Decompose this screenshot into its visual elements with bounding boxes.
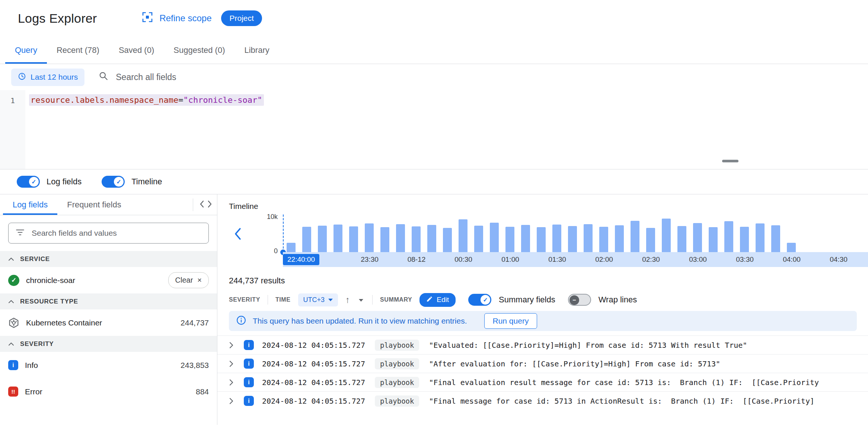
field-row-chronicle-soar[interactable]: ✓ chronicle-soar Clear × bbox=[0, 267, 217, 293]
timeline-bar[interactable] bbox=[568, 226, 577, 252]
y-axis-max-label: 10k bbox=[255, 213, 278, 221]
section-service[interactable]: SERVICE bbox=[0, 251, 217, 267]
timeline-bar[interactable] bbox=[662, 219, 671, 252]
log-row[interactable]: i2024-08-12 04:05:15.727playbook"Evaluat… bbox=[217, 336, 868, 354]
time-options-dropdown[interactable] bbox=[357, 295, 365, 305]
axis-tick-label: 03:00 bbox=[674, 255, 721, 264]
query-editor[interactable]: 1 resource.labels.namespace_name="chroni… bbox=[0, 90, 868, 169]
tab-library[interactable]: Library bbox=[234, 36, 279, 64]
timeline-bar[interactable] bbox=[287, 243, 296, 252]
timeline-bar[interactable] bbox=[505, 227, 514, 252]
timeline-bar[interactable] bbox=[756, 223, 765, 252]
section-severity[interactable]: SEVERITY bbox=[0, 336, 217, 352]
run-query-button[interactable]: Run query bbox=[484, 313, 537, 329]
fields-search-input[interactable]: Search fields and values bbox=[8, 223, 209, 244]
query-expression: resource.labels.namespace_name="chronicl… bbox=[29, 94, 264, 106]
log-row[interactable]: i2024-08-12 04:05:15.727playbook"Final m… bbox=[217, 391, 868, 410]
query-value: "chronicle-soar" bbox=[184, 95, 262, 105]
log-fields-toggle[interactable]: ✓ bbox=[17, 176, 40, 188]
search-all-fields-input[interactable]: Search all fields bbox=[99, 71, 857, 83]
timeline-axis[interactable]: 22:40:00 23:3008-1200:3001:0001:3002:000… bbox=[283, 252, 868, 267]
info-severity-icon: i bbox=[8, 360, 18, 370]
tab-frequent-fields[interactable]: Frequent fields bbox=[57, 194, 131, 215]
field-row-info[interactable]: i Info 243,853 bbox=[0, 352, 217, 378]
timeline-bar[interactable] bbox=[349, 226, 358, 252]
timeline-bar[interactable] bbox=[646, 228, 655, 252]
summary-fields-toggle[interactable]: ✓ bbox=[468, 294, 491, 306]
timeline-bar[interactable] bbox=[334, 225, 342, 252]
wrap-lines-toggle[interactable]: − bbox=[568, 294, 591, 306]
timeline-title: Timeline bbox=[229, 202, 868, 211]
expand-chevron-icon[interactable] bbox=[229, 360, 239, 368]
timeline-bar[interactable] bbox=[490, 223, 499, 252]
timeline-bar[interactable] bbox=[380, 227, 389, 252]
log-message: "Evaluated: [[Case.Priority]=High] From … bbox=[429, 341, 868, 350]
timeline-bar[interactable] bbox=[677, 226, 686, 252]
fields-panel-tabs: Log fields Frequent fields bbox=[0, 194, 217, 215]
timeline-bar[interactable] bbox=[693, 223, 702, 252]
timeline-bar[interactable] bbox=[615, 225, 624, 252]
timeline-bar[interactable] bbox=[709, 227, 718, 252]
expand-chevron-icon[interactable] bbox=[229, 397, 239, 405]
log-message: "After evaluation for: [[Case.Priority]=… bbox=[429, 359, 868, 368]
timezone-dropdown[interactable]: UTC+3 bbox=[298, 293, 338, 306]
query-toolbar: Last 12 hours Search all fields bbox=[0, 64, 868, 90]
editor-resize-handle[interactable] bbox=[722, 160, 738, 162]
tab-log-fields[interactable]: Log fields bbox=[3, 194, 57, 215]
timeline-bar[interactable] bbox=[552, 225, 561, 252]
timeline-toggle[interactable]: ✓ bbox=[102, 176, 125, 188]
log-timestamp: 2024-08-12 04:05:15.727 bbox=[262, 359, 365, 368]
timeline-bar[interactable] bbox=[365, 223, 374, 252]
timeline-bar[interactable] bbox=[412, 226, 421, 252]
timeline-bar[interactable] bbox=[427, 225, 436, 252]
project-scope-badge[interactable]: Project bbox=[221, 10, 262, 26]
timeline-bar[interactable] bbox=[771, 225, 780, 252]
refine-scope-button[interactable]: Refine scope bbox=[141, 11, 211, 25]
summary-column-label: SUMMARY bbox=[380, 296, 412, 303]
top-tabs: Query Recent (78) Saved (0) Suggested (0… bbox=[0, 36, 868, 64]
timeline-bar[interactable] bbox=[584, 224, 593, 252]
timeline-axis-labels: 23:3008-1200:3001:0001:3002:0002:3003:00… bbox=[346, 255, 862, 264]
timeline-bar[interactable] bbox=[787, 243, 796, 252]
edit-summary-button[interactable]: Edit bbox=[419, 293, 456, 307]
tab-recent[interactable]: Recent (78) bbox=[47, 36, 109, 64]
tab-saved[interactable]: Saved (0) bbox=[109, 36, 164, 64]
timeline-bar[interactable] bbox=[318, 226, 327, 252]
timeline-bar[interactable] bbox=[599, 227, 608, 252]
selected-time-chip[interactable]: 22:40:00 bbox=[283, 254, 319, 265]
timeline-bar[interactable] bbox=[521, 225, 530, 252]
timeline-back-button[interactable] bbox=[234, 227, 242, 242]
section-title: SEVERITY bbox=[20, 340, 54, 348]
log-row[interactable]: i2024-08-12 04:05:15.727playbook"After e… bbox=[217, 354, 868, 373]
timeline-bar[interactable] bbox=[396, 224, 405, 252]
selection-dashed-line bbox=[283, 214, 284, 252]
tab-suggested[interactable]: Suggested (0) bbox=[164, 36, 234, 64]
timeline-bar[interactable] bbox=[724, 221, 733, 252]
toggle-check-icon: ✓ bbox=[481, 295, 490, 305]
info-severity-icon: i bbox=[244, 359, 254, 369]
tab-query[interactable]: Query bbox=[5, 36, 47, 64]
collapse-panel-button[interactable] bbox=[193, 198, 212, 211]
axis-tick-label: 01:00 bbox=[487, 255, 534, 264]
sort-direction-button[interactable]: ↑ bbox=[345, 295, 350, 305]
chevron-down-icon bbox=[359, 299, 363, 302]
expand-chevron-icon[interactable] bbox=[229, 379, 239, 386]
log-source-badge: playbook bbox=[375, 395, 419, 407]
log-message: "Final message for case id: 5713 in Acti… bbox=[429, 397, 868, 406]
timeline-bar[interactable] bbox=[537, 227, 546, 252]
axis-tick-label: 04:30 bbox=[815, 255, 862, 264]
expand-chevron-icon[interactable] bbox=[229, 341, 239, 349]
timeline-bar[interactable] bbox=[474, 226, 483, 252]
editor-code-area[interactable]: resource.labels.namespace_name="chronicl… bbox=[25, 90, 264, 169]
timeline-bar[interactable] bbox=[443, 228, 452, 252]
timeline-bar[interactable] bbox=[302, 227, 311, 252]
section-resource-type[interactable]: RESOURCE TYPE bbox=[0, 293, 217, 309]
field-row-error[interactable]: !! Error 884 bbox=[0, 378, 217, 405]
clear-filter-button[interactable]: Clear × bbox=[168, 272, 209, 288]
log-row[interactable]: i2024-08-12 04:05:15.727playbook"Final e… bbox=[217, 373, 868, 391]
timeline-bar[interactable] bbox=[459, 219, 467, 252]
timeline-bar[interactable] bbox=[740, 227, 749, 252]
field-row-kubernetes-container[interactable]: Kubernetes Container 244,737 bbox=[0, 309, 217, 336]
time-range-button[interactable]: Last 12 hours bbox=[11, 69, 84, 86]
timeline-bar[interactable] bbox=[631, 221, 639, 252]
